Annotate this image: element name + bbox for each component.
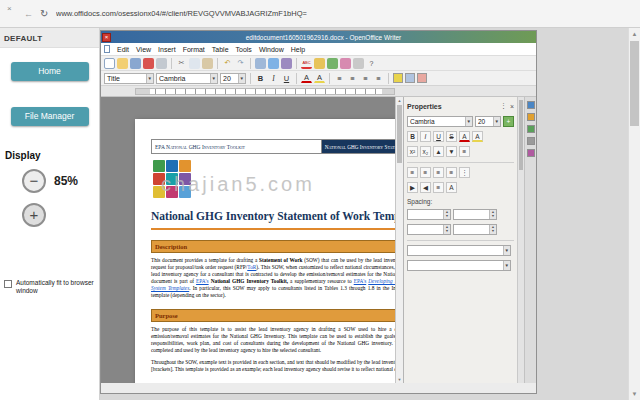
spacing-below-field[interactable]: ▲ ▼ [453, 209, 497, 220]
find-replace-icon[interactable] [314, 58, 325, 69]
scroll-down-icon[interactable]: ▼ [629, 391, 640, 397]
save-icon[interactable] [130, 58, 141, 69]
spin-down-icon[interactable]: ▼ [443, 229, 450, 234]
paragraph-color-icon[interactable]: A [446, 182, 457, 193]
increase-indent-icon[interactable]: ▶ [407, 182, 418, 193]
menu-format[interactable]: Format [183, 46, 205, 53]
window-close-icon[interactable]: × [102, 33, 111, 42]
back-icon[interactable]: ← [24, 10, 33, 19]
font-color-icon[interactable]: A [459, 131, 470, 142]
underline-icon[interactable]: U [433, 131, 444, 142]
increase-size-icon[interactable]: ▲ [433, 146, 444, 157]
insert-tab-icon[interactable] [527, 149, 535, 157]
highlight-color-icon[interactable]: A [472, 131, 483, 142]
align-left-icon[interactable]: ≡ [407, 167, 418, 178]
sidebar-size-combo[interactable]: 20 ▼ [475, 116, 501, 127]
menu-help[interactable]: Help [291, 46, 305, 53]
scroll-down-icon[interactable]: ▼ [396, 377, 403, 382]
indent-after-field[interactable]: ▲ ▼ [453, 224, 497, 235]
bold-icon[interactable]: B [407, 131, 418, 142]
scroll-up-icon[interactable]: ▲ [629, 31, 640, 37]
chevron-down-icon[interactable]: ▼ [238, 74, 245, 83]
paste-icon[interactable] [202, 58, 213, 69]
document-scrollbar[interactable]: ▲ ▼ [395, 97, 403, 383]
page-format-combo[interactable]: ▼ [407, 260, 511, 271]
zoom-in-button[interactable]: + [22, 203, 46, 227]
align-center-icon[interactable]: ≡ [347, 73, 358, 84]
align-right-icon[interactable]: ≡ [360, 73, 371, 84]
browser-scrollbar[interactable]: ▲ ▼ [628, 28, 640, 400]
document-page[interactable]: EPA National GHG Inventory Toolkit Natio… [135, 119, 395, 383]
menu-window[interactable]: Window [259, 46, 284, 53]
font-size-combo[interactable]: 20 ▼ [220, 73, 246, 84]
tab-close-icon[interactable]: × [7, 4, 12, 13]
scrollbar-thumb[interactable] [397, 105, 402, 163]
tor-link[interactable]: ToR [247, 264, 256, 270]
fit-checkbox[interactable] [4, 280, 12, 288]
address-bar[interactable]: www.offidocs.com/osessionx04/#/client/RE… [56, 9, 556, 21]
insert-chart-icon[interactable] [281, 58, 292, 69]
file-manager-button[interactable]: File Manager [11, 107, 89, 126]
align-right-icon[interactable]: ≡ [433, 167, 444, 178]
menu-edit[interactable]: Edit [117, 46, 129, 53]
menu-view[interactable]: View [136, 46, 151, 53]
align-left-icon[interactable]: ≡ [334, 73, 345, 84]
epa-link[interactable]: EPA's [196, 278, 209, 284]
underline-icon[interactable]: U [281, 73, 292, 84]
chevron-down-icon[interactable]: ▼ [493, 117, 500, 126]
navigator-icon[interactable] [327, 58, 338, 69]
bullet-list-icon[interactable] [405, 73, 415, 83]
new-document-icon[interactable] [104, 58, 115, 69]
zoom-icon[interactable] [353, 58, 364, 69]
bold-icon[interactable]: B [255, 73, 266, 84]
chevron-down-icon[interactable]: ▼ [503, 261, 510, 270]
redo-icon[interactable]: ↷ [235, 58, 246, 69]
undo-icon[interactable]: ↶ [222, 58, 233, 69]
subscript-icon[interactable]: x₂ [420, 146, 431, 157]
menu-tools[interactable]: Tools [236, 46, 252, 53]
menu-insert[interactable]: Insert [158, 46, 176, 53]
sidebar-font-combo[interactable]: Cambria ▼ [407, 116, 473, 127]
chevron-down-icon[interactable]: ▼ [146, 74, 153, 83]
copy-icon[interactable] [189, 58, 200, 69]
styles-tab-icon[interactable] [527, 113, 535, 121]
superscript-icon[interactable]: x² [407, 146, 418, 157]
print-icon[interactable] [156, 58, 167, 69]
spellcheck-icon[interactable]: ABC [301, 58, 312, 69]
line-spacing-icon[interactable]: ≡ [433, 182, 444, 193]
chevron-down-icon[interactable]: ▼ [503, 246, 510, 255]
font-color-icon[interactable]: A [301, 74, 312, 83]
horizontal-ruler[interactable] [101, 86, 536, 97]
character-spacing-icon[interactable]: ≡ [459, 146, 470, 157]
zoom-out-button[interactable]: − [22, 169, 46, 193]
scroll-up-icon[interactable]: ▲ [396, 98, 403, 103]
indent-before-field[interactable]: ▲ ▼ [407, 224, 451, 235]
chevron-down-icon[interactable]: ▼ [210, 74, 217, 83]
italic-icon[interactable]: I [420, 131, 431, 142]
chevron-down-icon[interactable]: ▼ [465, 117, 472, 126]
decrease-indent-icon[interactable]: ◀ [420, 182, 431, 193]
menu-table[interactable]: Table [212, 46, 229, 53]
line-spacing-combo[interactable]: ▼ [407, 245, 511, 256]
open-icon[interactable] [117, 58, 128, 69]
scrollbar-thumb[interactable] [630, 41, 639, 126]
epa-link[interactable]: EPA's [354, 278, 367, 284]
align-justify-icon[interactable]: ≡ [446, 167, 457, 178]
scrollbar-thumb[interactable] [519, 100, 523, 170]
spacing-above-field[interactable]: ▲ ▼ [407, 209, 451, 220]
cut-icon[interactable]: ✂ [176, 58, 187, 69]
align-center-icon[interactable]: ≡ [420, 167, 431, 178]
strikethrough-icon[interactable]: S [446, 131, 457, 142]
panel-menu-icon[interactable]: ⋮ [500, 102, 507, 110]
gallery-tab-icon[interactable] [527, 125, 535, 133]
more-options-icon[interactable]: + [503, 116, 514, 127]
home-button[interactable]: Home [11, 62, 89, 81]
navigator-tab-icon[interactable] [527, 137, 535, 145]
panel-close-icon[interactable]: × [510, 103, 514, 110]
paragraph-style-combo[interactable]: Title ▼ [104, 73, 154, 84]
spin-down-icon[interactable]: ▼ [489, 214, 496, 219]
export-pdf-icon[interactable] [143, 58, 154, 69]
refresh-icon[interactable]: ↻ [40, 9, 48, 19]
highlight-color-icon[interactable]: A [314, 74, 325, 83]
writer-titlebar[interactable]: × editdocument160501962916.docx - OpenOf… [101, 31, 536, 43]
